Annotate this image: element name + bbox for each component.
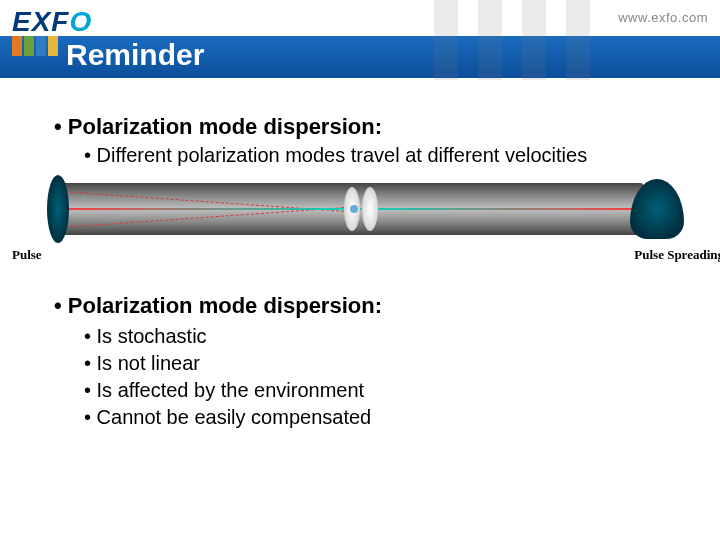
slide-content: Polarization mode dispersion: Different … — [0, 78, 720, 431]
list-item: Is affected by the environment — [84, 377, 680, 404]
mode-node-2 — [362, 187, 378, 231]
section2-list: Is stochastic Is not linear Is affected … — [84, 323, 680, 431]
logo-text-accent: O — [69, 6, 92, 37]
label-input-pulse: Pulse — [12, 247, 42, 263]
list-item: Cannot be easily compensated — [84, 404, 680, 431]
decorative-bars-right — [434, 0, 590, 80]
logo-text-main: EXF — [12, 6, 69, 37]
input-pulse-icon — [47, 175, 69, 243]
pmd-diagram: Pulse Pulse Spreading — [14, 173, 714, 263]
label-output-pulse: Pulse Spreading — [634, 247, 720, 263]
slide-title: Reminder — [66, 38, 204, 72]
mode-dot — [350, 205, 358, 213]
list-item: Is stochastic — [84, 323, 680, 350]
section1-sub: Different polarization modes travel at d… — [84, 144, 680, 167]
section2-heading: Polarization mode dispersion: — [54, 293, 680, 319]
company-logo: EXFO — [12, 6, 92, 38]
site-url: www.exfo.com — [618, 10, 708, 25]
section1-heading: Polarization mode dispersion: — [54, 114, 680, 140]
list-item: Is not linear — [84, 350, 680, 377]
decorative-bars-left — [12, 36, 58, 56]
slide-header: EXFO www.exfo.com Reminder — [0, 0, 720, 78]
